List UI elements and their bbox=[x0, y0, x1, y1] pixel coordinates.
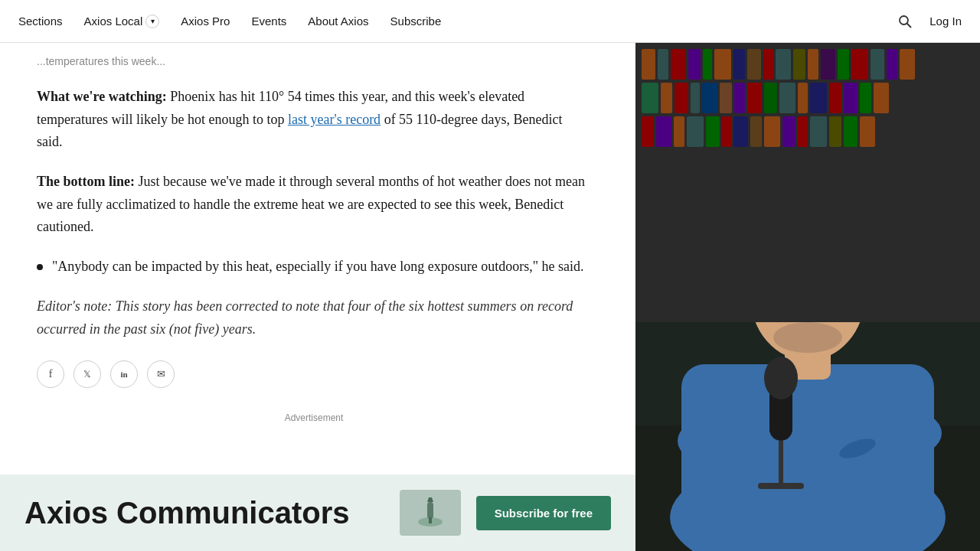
video-scene bbox=[635, 43, 980, 423]
nav-axios-pro[interactable]: Axios Pro bbox=[181, 15, 230, 28]
twitter-icon: 𝕏 bbox=[83, 369, 91, 380]
nav-sections[interactable]: Sections bbox=[18, 15, 63, 28]
email-icon: ✉ bbox=[157, 368, 165, 380]
nav-left: Sections Axios Local ▾ Axios Pro Events … bbox=[18, 15, 441, 28]
share-linkedin-button[interactable]: in bbox=[110, 360, 138, 388]
svg-line-1 bbox=[907, 23, 911, 27]
partial-top-text: ...temperatures this week... bbox=[37, 55, 591, 67]
svg-point-24 bbox=[773, 322, 842, 353]
nav-axios-local[interactable]: Axios Local ▾ bbox=[84, 15, 160, 28]
last-years-record-link[interactable]: last year's record bbox=[288, 112, 381, 127]
facebook-icon: f bbox=[49, 368, 53, 380]
bookshelf-background bbox=[635, 43, 980, 322]
advertisement-label: Advertisement bbox=[37, 412, 591, 423]
editor-note: Editor's note: This story has been corre… bbox=[37, 295, 591, 341]
article-body: What we're watching: Phoenix has hit 110… bbox=[37, 86, 591, 341]
what-watching-label: What we're watching: bbox=[37, 89, 167, 104]
nav-subscribe[interactable]: Subscribe bbox=[390, 15, 442, 28]
axios-local-label: Axios Local bbox=[84, 15, 143, 28]
bullet-text: "Anybody can be impacted by this heat, e… bbox=[52, 256, 584, 279]
nav-about-axios[interactable]: About Axios bbox=[308, 15, 368, 28]
linkedin-icon: in bbox=[120, 370, 127, 379]
share-facebook-button[interactable]: f bbox=[37, 360, 64, 388]
what-watching-paragraph: What we're watching: Phoenix has hit 110… bbox=[37, 86, 591, 154]
nav-events[interactable]: Events bbox=[251, 15, 286, 28]
bottom-line-paragraph: The bottom line: Just because we've made… bbox=[37, 171, 591, 239]
dropdown-arrow-icon[interactable]: ▾ bbox=[145, 15, 159, 28]
login-button[interactable]: Log In bbox=[929, 15, 962, 28]
bottom-line-label: The bottom line: bbox=[37, 174, 135, 189]
bullet-dot-icon bbox=[37, 264, 43, 270]
bullet-list: "Anybody can be impacted by this heat, e… bbox=[37, 256, 591, 279]
share-email-button[interactable]: ✉ bbox=[147, 360, 175, 388]
navbar: Sections Axios Local ▾ Axios Pro Events … bbox=[0, 0, 980, 43]
list-item: "Anybody can be impacted by this heat, e… bbox=[37, 256, 591, 279]
share-twitter-button[interactable]: 𝕏 bbox=[74, 360, 101, 388]
nav-right: Log In bbox=[893, 9, 962, 34]
main-content: ...temperatures this week... What we're … bbox=[0, 43, 628, 423]
video-overlay bbox=[635, 43, 980, 423]
share-bar: f 𝕏 in ✉ bbox=[37, 357, 591, 388]
search-icon[interactable] bbox=[893, 9, 917, 34]
svg-point-26 bbox=[764, 357, 798, 399]
